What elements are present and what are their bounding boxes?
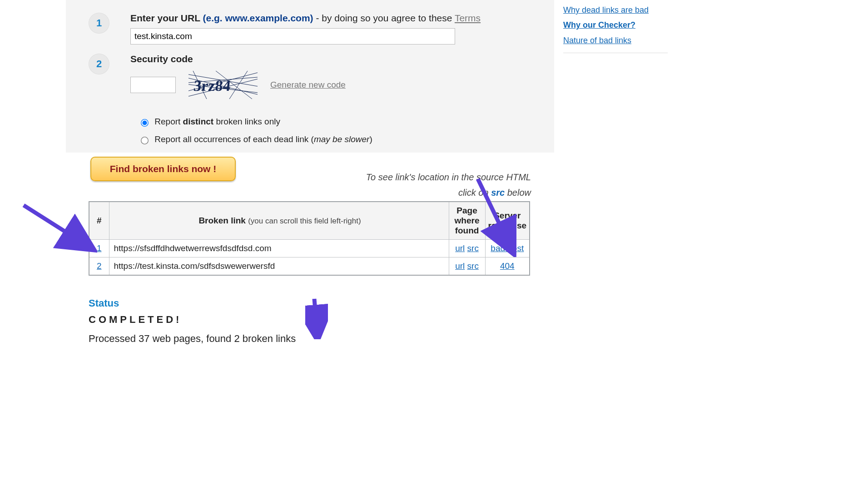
- step-badge-2: 2: [89, 54, 109, 74]
- status-block: Status COMPLETED! Processed 37 web pages…: [89, 297, 296, 345]
- step-1-row: 1 Enter your URL (e.g. www.example.com) …: [66, 8, 554, 49]
- captcha-text: 3rz84: [193, 77, 232, 94]
- row-number-link[interactable]: 2: [97, 261, 102, 271]
- sidebar-link-nature-bad-links[interactable]: Nature of bad links: [563, 33, 668, 48]
- broken-link-cell: https://sfsdffdhdwetwerrewsfdsdfdsd.com: [109, 240, 449, 257]
- form-panel: 1 Enter your URL (e.g. www.example.com) …: [66, 0, 554, 153]
- annotation-arrow-icon: [20, 202, 97, 256]
- server-response-link[interactable]: 404: [500, 261, 515, 271]
- radio-distinct-row: Report distinct broken links only: [139, 113, 554, 130]
- page-url-link[interactable]: url: [455, 261, 465, 271]
- status-title: Status: [89, 297, 296, 309]
- step-1-heading: Enter your URL (e.g. www.example.com) - …: [130, 13, 554, 24]
- report-mode-radio-group: Report distinct broken links only Report…: [139, 113, 554, 148]
- step-2-row: 2 Security code 3rz84 Generate new code: [66, 49, 554, 153]
- captcha-image: 3rz84: [188, 71, 258, 99]
- generate-new-code-link[interactable]: Generate new code: [270, 80, 346, 90]
- step-2-body: Security code 3rz84 Generate new code: [130, 54, 554, 148]
- sidebar-link-why-checker[interactable]: Why our Checker?: [563, 18, 668, 33]
- col-header-broken-link: Broken link (you can scroll this field l…: [109, 202, 449, 240]
- page-src-link[interactable]: src: [467, 261, 479, 271]
- radio-all-italic: may be slower: [314, 134, 370, 144]
- row-number-link[interactable]: 1: [97, 243, 102, 253]
- step-badge-1: 1: [89, 13, 109, 34]
- step1-example: (e.g. www.example.com): [203, 13, 313, 23]
- col-link-sub: (you can scroll this field left-right): [248, 217, 361, 225]
- col-link-main: Broken link: [198, 216, 245, 225]
- annotation-arrow-icon: [305, 296, 328, 339]
- step-1-body: Enter your URL (e.g. www.example.com) - …: [130, 13, 554, 45]
- radio-distinct-pre: Report: [154, 117, 183, 126]
- annotation-arrow-icon: [462, 175, 516, 257]
- broken-link-cell: https://test.kinsta.com/sdfsdswewerwersf…: [109, 257, 449, 276]
- radio-all-post: ): [369, 134, 372, 144]
- step-2-heading: Security code: [130, 54, 554, 64]
- radio-distinct[interactable]: [141, 119, 149, 127]
- svg-line-11: [314, 299, 317, 333]
- radio-distinct-label[interactable]: Report distinct broken links only: [139, 117, 280, 126]
- step1-suffix: - by doing so you agree to these: [313, 13, 455, 23]
- radio-all-pre: Report all occurrences of each dead link…: [154, 134, 314, 144]
- radio-all[interactable]: [141, 137, 149, 144]
- sidebar-link-dead-links-bad[interactable]: Why dead links are bad: [563, 3, 668, 18]
- radio-distinct-bold: distinct: [183, 117, 214, 126]
- security-code-input[interactable]: [130, 77, 176, 93]
- status-summary: Processed 37 web pages, found 2 broken l…: [89, 333, 296, 345]
- svg-line-9: [24, 205, 88, 246]
- step1-label-prefix: Enter your URL: [130, 13, 203, 23]
- status-completed: COMPLETED!: [89, 314, 296, 326]
- svg-line-7: [229, 71, 248, 99]
- svg-line-10: [478, 179, 511, 248]
- security-wrap: 3rz84 Generate new code: [130, 71, 554, 99]
- sidebar-links: Why dead links are bad Why our Checker? …: [563, 3, 668, 53]
- find-broken-links-button[interactable]: Find broken links now !: [90, 157, 236, 181]
- table-row: 2 https://test.kinsta.com/sdfsdswewerwer…: [89, 257, 530, 276]
- terms-link[interactable]: Terms: [455, 13, 481, 23]
- radio-all-row: Report all occurrences of each dead link…: [139, 130, 554, 148]
- url-input[interactable]: [130, 28, 455, 45]
- radio-distinct-post: broken links only: [213, 117, 280, 126]
- radio-all-label[interactable]: Report all occurrences of each dead link…: [139, 134, 372, 144]
